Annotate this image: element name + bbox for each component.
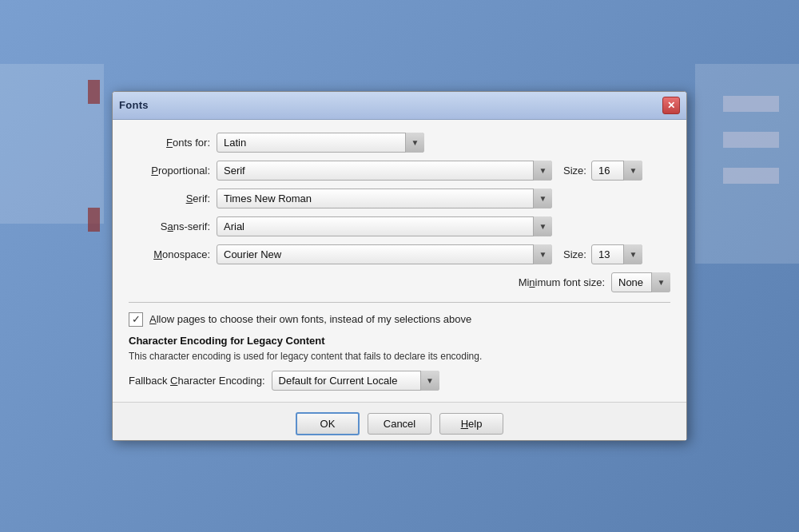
monospace-size-select[interactable]: 9101112 131416 1820 (591, 244, 642, 264)
bg-decoration-2 (88, 80, 100, 104)
serif-select[interactable]: Times New Roman Georgia Palatino (217, 189, 552, 208)
sans-serif-dropdown-wrap: Arial Helvetica Verdana ▼ (217, 216, 552, 236)
fallback-encoding-label: Fallback Character Encoding: (129, 375, 272, 387)
encoding-select[interactable]: Default for Current Locale UTF-8 ISO-885… (272, 371, 439, 391)
min-font-dropdown-wrap: None 9101112 131416 ▼ (611, 272, 670, 292)
proportional-size-label: Size: (563, 165, 586, 177)
dialog-title: Fonts (119, 99, 149, 111)
checkmark-icon: ✓ (132, 314, 141, 324)
monospace-size-wrap: 9101112 131416 1820 ▼ (591, 244, 642, 264)
proportional-select[interactable]: Serif Sans-serif (217, 161, 552, 181)
sans-serif-select[interactable]: Arial Helvetica Verdana (217, 216, 552, 236)
serif-row: Serif: Times New Roman Georgia Palatino … (129, 189, 670, 208)
encoding-title: Character Encoding for Legacy Content (129, 335, 670, 347)
min-font-select[interactable]: None 9101112 131416 (611, 272, 670, 292)
fonts-for-dropdown-wrap: Latin Western Unicode ▼ (217, 133, 424, 153)
encoding-dropdown-wrap: Default for Current Locale UTF-8 ISO-885… (272, 371, 439, 391)
encoding-section: Character Encoding for Legacy Content Th… (129, 335, 670, 391)
encoding-description: This character encoding is used for lega… (129, 350, 670, 363)
allow-pages-checkbox[interactable]: ✓ (129, 312, 143, 327)
serif-dropdown-wrap: Times New Roman Georgia Palatino ▼ (217, 189, 552, 208)
fonts-for-row: Fonts for: Latin Western Unicode ▼ (129, 133, 670, 153)
help-button[interactable]: Help (439, 413, 503, 435)
allow-pages-label: Allow pages to choose their own fonts, i… (149, 313, 471, 325)
bg-decoration-4 (695, 64, 799, 264)
close-button[interactable]: ✕ (662, 97, 680, 114)
monospace-select[interactable]: Courier New Lucida Console Consolas (217, 244, 552, 264)
bg-decoration-3 (88, 208, 100, 232)
min-font-row: Minimum font size: None 9101112 131416 ▼ (129, 272, 670, 292)
sans-serif-label: Sans-serif: (129, 220, 217, 232)
bg-decoration-7 (723, 168, 779, 184)
cancel-button[interactable]: Cancel (368, 413, 431, 435)
monospace-label: Monospace: (129, 248, 217, 260)
fonts-for-select[interactable]: Latin Western Unicode (217, 133, 424, 153)
bg-decoration-6 (723, 132, 779, 148)
min-font-label: Minimum font size: (519, 276, 605, 288)
monospace-dropdown-wrap: Courier New Lucida Console Consolas ▼ (217, 244, 552, 264)
proportional-size-select[interactable]: 9101112 131416 182024 (591, 161, 642, 181)
fonts-for-label: Fonts for: (129, 137, 217, 149)
proportional-dropdown-wrap: Serif Sans-serif ▼ (217, 161, 552, 181)
proportional-row: Proportional: Serif Sans-serif ▼ Size: 9… (129, 161, 670, 181)
serif-label: Serif: (129, 193, 217, 204)
monospace-size-label: Size: (563, 248, 586, 260)
title-bar: Fonts ✕ (113, 92, 686, 120)
allow-pages-row: ✓ Allow pages to choose their own fonts,… (129, 312, 670, 327)
fallback-encoding-row: Fallback Character Encoding: Default for… (129, 371, 670, 391)
bg-decoration-5 (723, 96, 779, 112)
monospace-row: Monospace: Courier New Lucida Console Co… (129, 244, 670, 264)
sans-serif-row: Sans-serif: Arial Helvetica Verdana ▼ (129, 216, 670, 236)
fonts-dialog: Fonts ✕ Fonts for: Latin Western Unicode… (112, 91, 687, 442)
proportional-label: Proportional: (129, 165, 217, 177)
divider-1 (129, 302, 670, 303)
ok-button[interactable]: OK (296, 412, 360, 435)
dialog-body: Fonts for: Latin Western Unicode ▼ Propo… (113, 120, 686, 403)
button-row: OK Cancel Help (113, 402, 686, 440)
proportional-size-wrap: 9101112 131416 182024 ▼ (591, 161, 642, 181)
